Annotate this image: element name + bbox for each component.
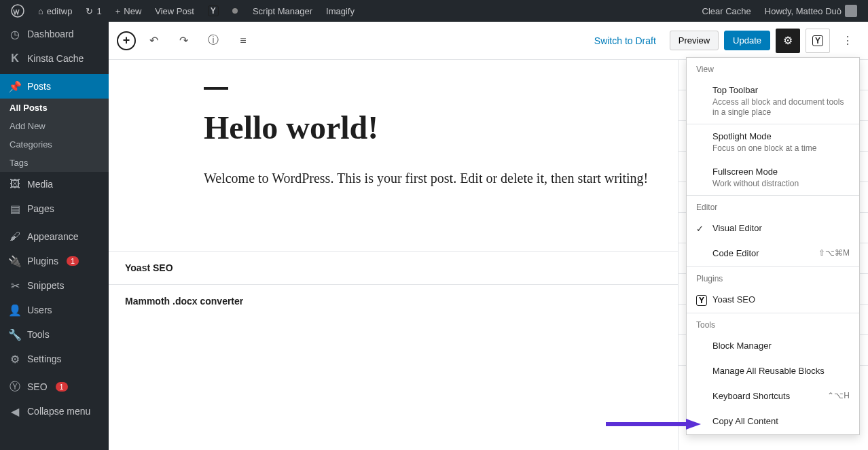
updates-icon: ↻ — [86, 6, 93, 16]
menu-posts[interactable]: 📌Posts — [0, 74, 109, 99]
more-menu-dropdown: View Top Toolbar Access all block and do… — [686, 57, 860, 435]
svg-marker-2 — [686, 419, 701, 430]
menu-plugins[interactable]: 🔌Plugins1 — [0, 249, 109, 273]
menu-tools[interactable]: 🔧Tools — [0, 322, 109, 347]
admin-bar: ⌂editwp ↻1 +New View Post Y Script Manag… — [0, 0, 868, 22]
shortcut-text: ⇧⌥⌘M — [818, 248, 850, 258]
switch-to-draft-button[interactable]: Switch to Draft — [586, 30, 664, 52]
more-menu-button[interactable]: ⋮ — [835, 29, 860, 53]
dashboard-icon: ◷ — [8, 27, 22, 41]
preview-button[interactable]: Preview — [670, 31, 719, 50]
submenu-categories[interactable]: Categories — [0, 135, 109, 154]
adminbar-dot[interactable] — [227, 0, 245, 22]
title-rule — [204, 87, 228, 90]
site-name-link[interactable]: ⌂editwp — [33, 0, 77, 22]
dd-copy-all-content[interactable]: Copy All Content — [687, 409, 859, 434]
updates-link[interactable]: ↻1 — [80, 0, 107, 22]
view-post-link[interactable]: View Post — [149, 0, 200, 22]
menu-users[interactable]: 👤Users — [0, 298, 109, 322]
yoast-panel-title: Yoast SEO — [125, 262, 173, 273]
plus-icon: + — [115, 6, 121, 16]
admin-sidebar: ◷Dashboard KKinsta Cache 📌Posts All Post… — [0, 22, 109, 450]
dd-yoast-seo[interactable]: Y Yoast SEO — [687, 288, 859, 313]
dd-block-manager[interactable]: Block Manager — [687, 334, 859, 359]
editor: + ↶ ↷ ⓘ ≡ Switch to Draft Preview Update… — [109, 22, 868, 450]
menu-media[interactable]: 🖾Media — [0, 172, 109, 196]
home-icon: ⌂ — [38, 6, 43, 16]
media-icon: 🖾 — [8, 177, 22, 191]
menu-dashboard[interactable]: ◷Dashboard — [0, 22, 109, 46]
add-block-button[interactable]: + — [117, 31, 136, 50]
yoast-icon: Y — [812, 35, 823, 46]
check-icon: ✓ — [696, 224, 704, 234]
avatar — [845, 5, 857, 17]
dd-keyboard-shortcuts[interactable]: ⌃⌥H Keyboard Shortcuts — [687, 384, 859, 409]
outline-button[interactable]: ≡ — [231, 29, 255, 53]
scissors-icon: ✂ — [8, 279, 22, 292]
submenu-add-new[interactable]: Add New — [0, 117, 109, 135]
new-content-link[interactable]: +New — [110, 0, 147, 22]
yoast-toolbar-button[interactable]: Y — [806, 29, 830, 53]
info-button[interactable]: ⓘ — [201, 29, 225, 53]
dd-top-toolbar[interactable]: Top Toolbar Access all block and documen… — [687, 78, 859, 124]
brush-icon: 🖌 — [8, 230, 22, 243]
yoast-adminbar[interactable]: Y — [202, 0, 224, 22]
kinsta-icon: K — [8, 52, 22, 65]
undo-button[interactable]: ↶ — [141, 29, 166, 53]
plug-icon: 🔌 — [8, 254, 22, 268]
pages-icon: ▤ — [8, 202, 22, 215]
dd-spotlight-mode[interactable]: Spotlight Mode Focus on one block at a t… — [687, 124, 859, 160]
redo-button[interactable]: ↷ — [171, 29, 196, 53]
more-vertical-icon: ⋮ — [842, 34, 853, 47]
posts-submenu: All Posts Add New Categories Tags — [0, 99, 109, 172]
plugins-badge: 1 — [67, 256, 79, 266]
post-body[interactable]: Welcome to WordPress. This is your first… — [204, 167, 652, 190]
annotation-arrow — [606, 417, 701, 431]
dd-fullscreen-mode[interactable]: Fullscreen Mode Work without distraction — [687, 160, 859, 195]
submenu-all-posts[interactable]: All Posts — [0, 99, 109, 117]
clear-cache-link[interactable]: Clear Cache — [697, 0, 757, 22]
editor-toolbar: + ↶ ↷ ⓘ ≡ Switch to Draft Preview Update… — [109, 22, 868, 60]
dd-tools-label: Tools — [687, 313, 859, 334]
gear-icon: ⚙ — [783, 34, 793, 47]
dd-view-label: View — [687, 58, 859, 78]
seo-badge: 1 — [56, 382, 68, 392]
dd-visual-editor[interactable]: ✓ Visual Editor — [687, 216, 859, 241]
submenu-tags[interactable]: Tags — [0, 154, 109, 172]
menu-appearance[interactable]: 🖌Appearance — [0, 224, 109, 249]
menu-pages[interactable]: ▤Pages — [0, 196, 109, 221]
pin-icon: 📌 — [8, 80, 22, 93]
post-title[interactable]: Hello world! — [204, 109, 652, 146]
script-manager-link[interactable]: Script Manager — [247, 0, 318, 22]
yoast-icon: Y — [208, 5, 219, 16]
user-icon: 👤 — [8, 303, 22, 317]
collapse-menu[interactable]: ◀Collapse menu — [0, 399, 109, 423]
yoast-menu-icon: Ⓨ — [8, 380, 22, 394]
yoast-icon: Y — [696, 295, 707, 306]
menu-snippets[interactable]: ✂Snippets — [0, 273, 109, 298]
sliders-icon: ⚙ — [8, 352, 22, 366]
collapse-icon: ◀ — [8, 404, 22, 418]
mammoth-panel-title: Mammoth .docx converter — [125, 296, 243, 307]
dd-manage-reusable[interactable]: Manage All Reusable Blocks — [687, 359, 859, 384]
wp-logo[interactable] — [5, 0, 30, 22]
howdy-link[interactable]: Howdy, Matteo Duò — [759, 0, 863, 22]
dd-editor-label: Editor — [687, 196, 859, 216]
menu-settings[interactable]: ⚙Settings — [0, 347, 109, 371]
menu-kinsta-cache[interactable]: KKinsta Cache — [0, 46, 109, 71]
wrench-icon: 🔧 — [8, 328, 22, 341]
update-button[interactable]: Update — [724, 31, 770, 50]
menu-seo[interactable]: ⓎSEO1 — [0, 375, 109, 399]
shortcut-text: ⌃⌥H — [827, 391, 850, 400]
settings-gear-button[interactable]: ⚙ — [776, 29, 800, 53]
imagify-link[interactable]: Imagify — [321, 0, 360, 22]
dd-code-editor[interactable]: ⇧⌥⌘M Code Editor — [687, 241, 859, 266]
dd-plugins-label: Plugins — [687, 267, 859, 288]
